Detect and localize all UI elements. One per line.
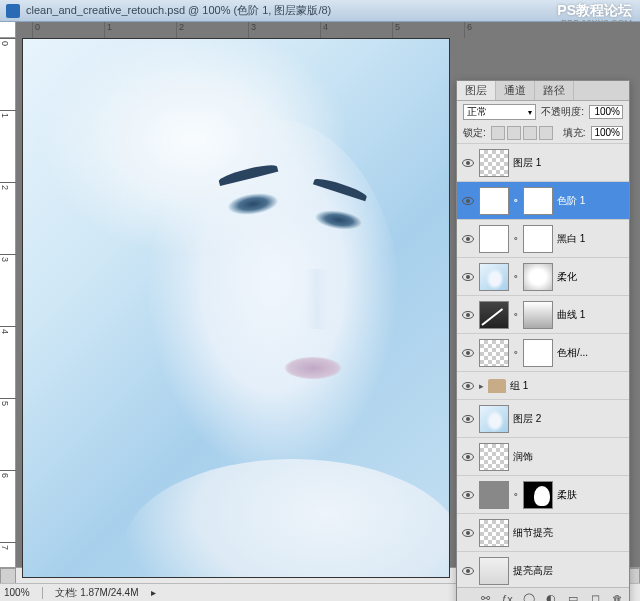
layer-thumbnail[interactable] <box>479 519 509 547</box>
panel-controls: 正常▾ 不透明度: 100% 锁定: 填充: 100% <box>457 101 629 144</box>
blend-mode-dropdown[interactable]: 正常▾ <box>463 104 536 120</box>
delete-layer-icon[interactable]: 🗑 <box>609 591 625 602</box>
lock-position-icon[interactable] <box>523 126 537 140</box>
layer-row[interactable]: ⚬柔肤 <box>457 476 629 514</box>
lock-all-icon[interactable] <box>539 126 553 140</box>
ruler-tick: 1 <box>104 22 112 38</box>
mask-link-icon[interactable]: ⚬ <box>512 490 520 500</box>
visibility-toggle[interactable] <box>461 450 475 464</box>
mask-link-icon[interactable]: ⚬ <box>512 348 520 358</box>
layer-name[interactable]: 组 1 <box>510 379 625 393</box>
panel-tabs: 图层通道路径 <box>457 81 629 101</box>
layer-row[interactable]: 细节提亮 <box>457 514 629 552</box>
layer-row[interactable]: 图层 2 <box>457 400 629 438</box>
layer-row[interactable]: ⚬色阶 1 <box>457 182 629 220</box>
ruler-tick: 2 <box>176 22 184 38</box>
lock-transparency-icon[interactable] <box>491 126 505 140</box>
visibility-toggle[interactable] <box>461 194 475 208</box>
scroll-left-button[interactable] <box>0 568 16 584</box>
layer-row[interactable]: ⚬柔化 <box>457 258 629 296</box>
mask-link-icon[interactable]: ⚬ <box>512 234 520 244</box>
svg-point-11 <box>466 351 470 355</box>
layer-name[interactable]: 细节提亮 <box>513 526 625 540</box>
status-arrow-icon[interactable]: ▸ <box>151 587 156 598</box>
layer-thumbnail[interactable] <box>479 481 509 509</box>
fill-input[interactable]: 100% <box>591 126 623 140</box>
visibility-toggle[interactable] <box>461 564 475 578</box>
mask-thumbnail[interactable] <box>523 301 553 329</box>
layer-row[interactable]: 提亮高层 <box>457 552 629 587</box>
tab-channels[interactable]: 通道 <box>496 81 535 100</box>
fx-icon[interactable]: ƒx <box>499 591 515 602</box>
app-icon <box>6 4 20 18</box>
mask-link-icon[interactable]: ⚬ <box>512 272 520 282</box>
layer-thumbnail[interactable] <box>479 187 509 215</box>
layer-name[interactable]: 图层 2 <box>513 412 625 426</box>
expand-arrow-icon[interactable]: ▸ <box>479 381 484 391</box>
ruler-tick: 7 <box>0 542 16 550</box>
svg-point-21 <box>466 531 470 535</box>
svg-point-15 <box>466 417 470 421</box>
layer-thumbnail[interactable] <box>479 557 509 585</box>
layer-thumbnail[interactable] <box>479 263 509 291</box>
doc-size-label: 文档: 1.87M/24.4M <box>55 586 139 600</box>
layer-row[interactable]: 图层 1 <box>457 144 629 182</box>
visibility-toggle[interactable] <box>461 412 475 426</box>
layer-thumbnail[interactable] <box>479 339 509 367</box>
layer-name[interactable]: 曲线 1 <box>557 308 625 322</box>
new-group-icon[interactable]: ▭ <box>565 591 581 602</box>
layer-thumbnail[interactable] <box>479 149 509 177</box>
visibility-toggle[interactable] <box>461 526 475 540</box>
layers-list[interactable]: 图层 1⚬色阶 1⚬黑白 1⚬柔化⚬曲线 1⚬色相/...▸组 1图层 2润饰⚬… <box>457 144 629 587</box>
link-layers-icon[interactable]: ⚯ <box>477 591 493 602</box>
mask-thumbnail[interactable] <box>523 225 553 253</box>
layer-name[interactable]: 润饰 <box>513 450 625 464</box>
layer-name[interactable]: 柔化 <box>557 270 625 284</box>
visibility-toggle[interactable] <box>461 308 475 322</box>
mask-thumbnail[interactable] <box>523 481 553 509</box>
ruler-tick: 6 <box>464 22 472 38</box>
tab-layers[interactable]: 图层 <box>457 81 496 100</box>
mask-link-icon[interactable]: ⚬ <box>512 196 520 206</box>
visibility-toggle[interactable] <box>461 488 475 502</box>
lock-pixels-icon[interactable] <box>507 126 521 140</box>
mask-thumbnail[interactable] <box>523 339 553 367</box>
document-canvas[interactable] <box>22 38 450 578</box>
layer-row[interactable]: 润饰 <box>457 438 629 476</box>
mask-link-icon[interactable]: ⚬ <box>512 310 520 320</box>
layer-thumbnail[interactable] <box>479 405 509 433</box>
layer-name[interactable]: 色相/... <box>557 346 625 360</box>
mask-thumbnail[interactable] <box>523 263 553 291</box>
visibility-toggle[interactable] <box>461 346 475 360</box>
visibility-toggle[interactable] <box>461 379 475 393</box>
layer-name[interactable]: 色阶 1 <box>557 194 625 208</box>
layer-name[interactable]: 黑白 1 <box>557 232 625 246</box>
ruler-tick: 4 <box>0 326 16 334</box>
add-mask-icon[interactable]: ◯ <box>521 591 537 602</box>
layer-name[interactable]: 柔肤 <box>557 488 625 502</box>
layer-name[interactable]: 提亮高层 <box>513 564 625 578</box>
zoom-level[interactable]: 100% <box>4 587 30 598</box>
visibility-toggle[interactable] <box>461 232 475 246</box>
mask-thumbnail[interactable] <box>523 187 553 215</box>
layer-thumbnail[interactable] <box>479 301 509 329</box>
svg-point-7 <box>466 275 470 279</box>
layer-thumbnail[interactable] <box>479 225 509 253</box>
ruler-tick: 0 <box>0 38 16 46</box>
visibility-toggle[interactable] <box>461 156 475 170</box>
visibility-toggle[interactable] <box>461 270 475 284</box>
adjustment-layer-icon[interactable]: ◐ <box>543 591 559 602</box>
layer-row[interactable]: ⚬曲线 1 <box>457 296 629 334</box>
opacity-label: 不透明度: <box>541 105 584 119</box>
opacity-input[interactable]: 100% <box>589 105 623 119</box>
layer-name[interactable]: 图层 1 <box>513 156 625 170</box>
layer-row[interactable]: ⚬色相/... <box>457 334 629 372</box>
ruler-tick: 3 <box>0 254 16 262</box>
tab-paths[interactable]: 路径 <box>535 81 574 100</box>
layer-thumbnail[interactable] <box>479 443 509 471</box>
app-window: clean_and_creative_retouch.psd @ 100% (色… <box>0 0 640 601</box>
layer-row[interactable]: ▸组 1 <box>457 372 629 400</box>
new-layer-icon[interactable]: ◻ <box>587 591 603 602</box>
ruler-vertical[interactable]: 01234567 <box>0 38 16 567</box>
layer-row[interactable]: ⚬黑白 1 <box>457 220 629 258</box>
